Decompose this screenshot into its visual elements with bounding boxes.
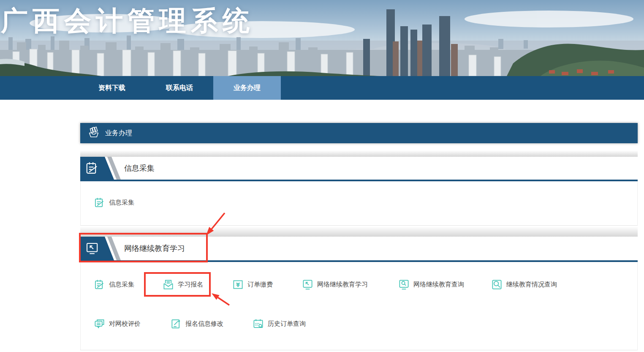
- service-item-label: 对网校评价: [109, 320, 141, 328]
- nav-tab-business[interactable]: 业务办理: [213, 76, 281, 100]
- monitor-arrow-icon: [302, 279, 313, 290]
- service-item-order-pay[interactable]: ¥ 订单缴费: [232, 278, 273, 290]
- books-inbox-icon: [87, 126, 100, 140]
- envelope-letter-icon: [163, 279, 174, 290]
- site-title: 广西会计管理系统: [1, 3, 254, 39]
- service-item-school-review[interactable]: 对网校评价: [94, 318, 141, 330]
- service-item-label: 订单缴费: [247, 281, 273, 289]
- service-item-label: 报名信息修改: [185, 320, 223, 328]
- main-nav: 资料下载 联系电话 业务办理: [0, 76, 644, 100]
- comments-icon: [94, 318, 105, 330]
- service-item-label: 学习报名: [178, 281, 203, 289]
- service-item-history-order-query[interactable]: 历史订单查询: [253, 318, 306, 330]
- nav-tab-downloads[interactable]: 资料下载: [78, 76, 146, 100]
- section2-body: [80, 262, 638, 350]
- service-item-info-collect[interactable]: 信息采集: [94, 196, 134, 208]
- service-item-info-collect-2[interactable]: 信息采集: [94, 278, 134, 290]
- page: 广西会计管理系统 资料下载 联系电话 业务办理 业务办理: [0, 0, 644, 352]
- section1-title: 信息采集: [124, 157, 155, 180]
- panel-title: 业务办理: [105, 129, 132, 138]
- service-item-online-edu-query[interactable]: 网络继续教育查询: [398, 278, 464, 290]
- section2-title: 网络继续教育学习: [124, 237, 185, 260]
- service-item-label: 网络继续教育学习: [317, 281, 368, 289]
- section2-badge: [80, 237, 122, 260]
- service-item-study-enroll[interactable]: 学习报名: [163, 278, 203, 290]
- clipboard-icon: [94, 197, 105, 208]
- section2-header: 网络继续教育学习: [80, 237, 638, 262]
- edit-document-icon: [170, 318, 182, 330]
- svg-text:¥: ¥: [236, 281, 240, 288]
- service-item-label: 继续教育情况查询: [506, 281, 557, 289]
- service-item-label: 网络继续教育查询: [413, 281, 464, 289]
- section1-badge: [80, 157, 122, 180]
- nav-tab-contact[interactable]: 联系电话: [146, 76, 213, 100]
- calendar-search-icon: [253, 318, 264, 330]
- service-item-enroll-info-edit[interactable]: 报名信息修改: [170, 318, 223, 330]
- monitor-search-icon: [398, 279, 410, 290]
- section1-header: 信息采集: [80, 157, 638, 181]
- service-item-edu-status-query[interactable]: 继续教育情况查询: [491, 278, 557, 290]
- yuan-sign-icon: ¥: [232, 279, 244, 290]
- service-item-label: 信息采集: [109, 281, 134, 289]
- clipboard-icon: [94, 279, 105, 290]
- banner-photo: 广西会计管理系统: [0, 0, 644, 76]
- panel-title-bar: 业务办理: [80, 123, 638, 143]
- service-item-online-edu-study[interactable]: 网络继续教育学习: [302, 278, 368, 290]
- section1-top-shadow: [80, 150, 638, 157]
- service-item-label: 历史订单查询: [268, 320, 306, 328]
- section2-top-shadow: [80, 226, 638, 237]
- magnifier-box-icon: [491, 279, 503, 290]
- service-item-label: 信息采集: [109, 199, 134, 207]
- section1-body: [80, 181, 638, 226]
